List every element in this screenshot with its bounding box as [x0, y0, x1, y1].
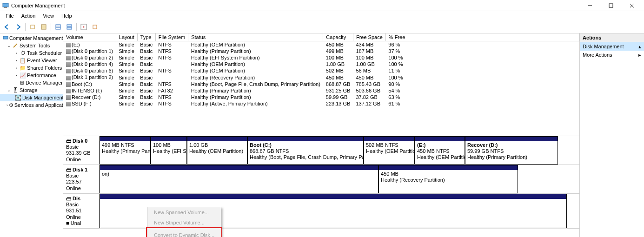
expand-icon[interactable]: › — [14, 51, 19, 55]
table-cell: 503.66 GB — [353, 87, 385, 94]
menu-action[interactable]: Action — [18, 12, 40, 20]
disk-graphical-view[interactable]: 🗃 Disk 0Basic931.39 GBOnline499 MB NTFSH… — [63, 136, 579, 237]
column-header[interactable]: Status — [188, 33, 323, 41]
table-cell: Basic — [137, 41, 155, 48]
disk-row[interactable]: 🗃 DisBasic931.51Online■ Unal — [63, 194, 579, 229]
disk-partition[interactable]: 499 MB NTFSHealthy (Primary Partition) — [100, 136, 151, 165]
view-list-button[interactable] — [53, 22, 63, 32]
disk-partition[interactable]: Boot (C:)868.87 GB NTFSHealthy (Boot, Pa… — [247, 136, 364, 165]
maximize-button[interactable] — [600, 0, 621, 11]
disk-row[interactable]: 🗃 Disk 0Basic931.39 GBOnline499 MB NTFSH… — [63, 136, 579, 165]
tree-system-tools[interactable]: ⌄ System Tools — [0, 42, 63, 49]
table-cell: Simple — [116, 87, 137, 94]
context-menu: New Spanned Volume... New Striped Volume… — [147, 207, 221, 237]
actions-more[interactable]: More Actions▸ — [580, 51, 644, 59]
column-header[interactable]: File System — [155, 33, 188, 41]
table-cell: Healthy (OEM Partition) — [188, 61, 323, 67]
tree-device-manager[interactable]: 🖥Device Manager — [0, 79, 63, 86]
menu-file[interactable]: File — [2, 12, 18, 20]
volume-row[interactable]: (Disk 0 partition 2)SimpleBasicNTFSHealt… — [63, 54, 579, 61]
disk-header[interactable]: 🗃 Disk 1Basic223.57Online — [63, 165, 100, 193]
disk-header[interactable]: 🗃 Disk 0Basic931.39 GBOnline — [63, 136, 100, 165]
tree-task-scheduler[interactable]: ›⏱Task Scheduler — [0, 49, 63, 57]
disk-header[interactable]: 🗃 DisBasic931.51Online■ Unal — [63, 194, 100, 228]
disk-partition[interactable]: 1.00 GBHealthy (OEM Partition) — [187, 136, 247, 165]
svg-rect-15 — [93, 25, 97, 29]
expand-icon[interactable]: › — [14, 73, 19, 78]
volume-icon — [66, 76, 71, 80]
tree-services[interactable]: ›⚙Services and Applications — [0, 101, 63, 109]
expand-icon[interactable]: › — [14, 66, 19, 70]
volume-icon — [66, 56, 71, 60]
volume-row[interactable]: (Disk 1 partition 2)SimpleBasicHealthy (… — [63, 74, 579, 80]
tree-storage[interactable]: ⌄🗄Storage — [0, 86, 63, 94]
event-icon: 📋 — [20, 57, 26, 64]
disk-partition[interactable]: (E:)450 MB NTFSHealthy (OEM Partition) — [415, 136, 465, 165]
volume-icon — [66, 49, 71, 54]
table-cell: Healthy (OEM Partition) — [188, 41, 323, 48]
column-header[interactable]: Layout — [116, 33, 137, 41]
table-cell: 59.99 GB — [323, 94, 353, 100]
expand-icon[interactable]: ⌄ — [7, 88, 11, 92]
expand-icon[interactable]: ⌄ — [7, 43, 11, 48]
volume-row[interactable]: SSD (F:)SimpleBasicNTFSHealthy (Active, … — [63, 100, 579, 107]
column-header[interactable]: % Free — [385, 33, 579, 41]
column-header[interactable]: Free Space — [353, 33, 385, 41]
disk-partition[interactable]: 502 MB NTFSHealthy (OEM Partition) — [364, 136, 415, 165]
properties-button[interactable] — [39, 22, 49, 32]
actions-label: More Actions — [583, 52, 612, 58]
volume-row[interactable]: (E:)SimpleBasicNTFSHealthy (OEM Partitio… — [63, 41, 579, 48]
volume-table[interactable]: VolumeLayoutTypeFile SystemStatusCapacit… — [63, 33, 579, 107]
table-cell: Basic — [137, 81, 155, 87]
volume-icon — [66, 89, 71, 93]
table-cell: 11 % — [385, 67, 579, 74]
table-cell: 434 MB — [353, 41, 385, 48]
refresh-button[interactable] — [27, 22, 38, 32]
device-icon: 🖥 — [19, 79, 25, 86]
nav-tree[interactable]: Computer Management (Local ⌄ System Tool… — [0, 33, 63, 237]
clock-icon: ⏱ — [20, 50, 26, 56]
column-header[interactable]: Volume — [63, 33, 116, 41]
volume-icon — [66, 82, 71, 87]
volume-row[interactable]: Recover (D:)SimpleBasicNTFSHealthy (Prim… — [63, 94, 579, 100]
disk-partition[interactable]: 450 MBHealthy (Recovery Partition) — [378, 165, 518, 193]
table-cell: (E:) — [63, 41, 116, 48]
tree-root[interactable]: Computer Management (Local — [0, 34, 63, 42]
tree-event-viewer[interactable]: ›📋Event Viewer — [0, 57, 63, 64]
volume-row[interactable]: (Disk 0 partition 6)SimpleBasicNTFSHealt… — [63, 67, 579, 74]
tree-label: Computer Management (Local — [9, 35, 63, 41]
disk-partition[interactable]: 100 MBHealthy (EFI System — [151, 136, 187, 165]
table-cell: Simple — [116, 81, 137, 87]
menu-view[interactable]: View — [39, 12, 58, 20]
actions-disk-management[interactable]: Disk Management▴ — [580, 42, 644, 51]
tree-performance[interactable]: ›📈Performance — [0, 72, 63, 79]
disk-partition[interactable]: on) — [100, 165, 378, 193]
volume-row[interactable]: Boot (C:)SimpleBasicNTFSHealthy (Boot, P… — [63, 81, 579, 87]
table-cell: NTFS — [155, 67, 188, 74]
tree-disk-management[interactable]: 💽Disk Management — [0, 94, 63, 101]
view-detail-button[interactable] — [64, 22, 74, 32]
svg-rect-3 — [609, 4, 613, 7]
back-button[interactable] — [2, 22, 12, 32]
tree-label: System Tools — [20, 43, 50, 48]
table-cell: 1.00 GB — [323, 61, 353, 67]
volume-row[interactable]: (Disk 0 partition 4)SimpleBasicHealthy (… — [63, 61, 579, 67]
column-header[interactable]: Type — [137, 33, 155, 41]
settings-button[interactable] — [79, 22, 89, 32]
table-cell: Healthy (Primary Partition) — [188, 87, 323, 94]
expand-icon[interactable]: › — [7, 103, 8, 107]
volume-row[interactable]: (Disk 0 partition 1)SimpleBasicNTFSHealt… — [63, 48, 579, 54]
perf-icon: 📈 — [20, 72, 26, 79]
disk-partition[interactable]: Recover (D:)59.99 GB NTFSHealthy (Primar… — [465, 136, 558, 165]
menu-help[interactable]: Help — [58, 12, 76, 20]
minimize-button[interactable] — [579, 0, 600, 11]
disk-row[interactable]: 🗃 Disk 1Basic223.57Onlineon)450 MBHealth… — [63, 165, 579, 194]
table-cell: SSD (F:) — [63, 100, 116, 107]
forward-button[interactable] — [13, 22, 23, 32]
volume-row[interactable]: INTENSO (I:)SimpleBasicFAT32Healthy (Pri… — [63, 87, 579, 94]
column-header[interactable]: Capacity — [323, 33, 353, 41]
expand-icon[interactable]: › — [14, 58, 19, 63]
close-button[interactable] — [621, 0, 642, 11]
help-button[interactable] — [90, 22, 100, 32]
tree-shared-folders[interactable]: ›📁Shared Folders — [0, 64, 63, 72]
